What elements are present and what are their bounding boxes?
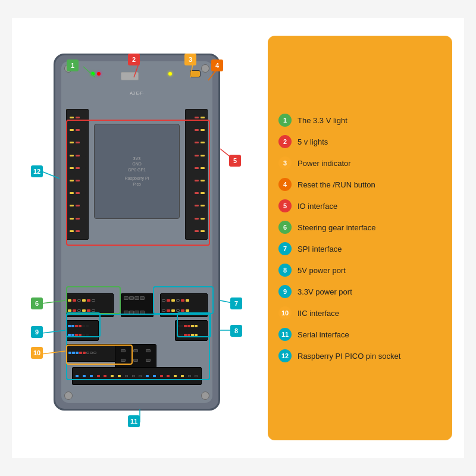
legend-num-2: 2 [278, 135, 292, 148]
legend-num-3: 3 [278, 156, 292, 170]
legend-num-4: 4 [278, 178, 292, 191]
legend-item-1: 1The 3.3 V light [278, 114, 441, 127]
circuit-board: A3 E·F· 3V3 GND GP0 GP1 Raspberry Pi Pic… [54, 54, 220, 411]
legend-text-4: Reset the /RUN button [298, 180, 375, 189]
badge-2: 2 [128, 54, 140, 65]
reset-button [190, 70, 201, 77]
board-inner: A3 E·F· 3V3 GND GP0 GP1 Raspberry Pi Pic… [61, 61, 212, 403]
serial-pins-bottom [72, 367, 202, 385]
legend-num-5: 5 [278, 199, 292, 212]
legend-item-7: 7SPI interface [278, 242, 441, 255]
legend-item-6: 6Steering gear interface [278, 221, 441, 234]
power-pins-right [175, 320, 208, 341]
legend-item-8: 85V power port [278, 264, 441, 277]
steering-gear-pins [66, 293, 114, 317]
badge-5: 5 [229, 155, 241, 167]
badge-11: 11 [128, 415, 140, 427]
legend-text-7: SPI interface [298, 245, 342, 253]
badge-9: 9 [31, 326, 43, 338]
legend-num-7: 7 [278, 242, 292, 255]
legend-num-10: 10 [278, 306, 292, 320]
spi-pins [160, 293, 208, 317]
legend-num-6: 6 [278, 221, 292, 234]
legend-text-3: Power indicator [298, 159, 351, 168]
left-io-pins [66, 109, 89, 240]
legend-item-4: 4Reset the /RUN button [278, 178, 441, 191]
usb-port [121, 72, 139, 80]
right-io-pins [185, 109, 208, 240]
legend-item-12: 12Raspberry PI PICO pin socket [278, 349, 441, 362]
board-label-e3: A3 E·F· [130, 91, 143, 95]
dip-chip [121, 293, 154, 317]
legend-text-2: 5 v lights [298, 137, 328, 146]
legend-text-11: Serial interface [298, 330, 349, 339]
legend-text-8: 5V power port [298, 266, 346, 275]
center-chip: 3V3 GND GP0 GP1 Raspberry Pi Pico [94, 124, 180, 219]
legend-num-8: 8 [278, 264, 292, 277]
legend-item-9: 93.3V power port [278, 285, 441, 298]
legend-panel: 1The 3.3 V light25 v lights3Power indica… [268, 36, 452, 440]
badge-4: 4 [211, 60, 223, 71]
legend-num-11: 11 [278, 328, 292, 341]
badge-10: 10 [31, 347, 43, 359]
legend-text-10: IIC interface [298, 309, 339, 318]
legend-text-12: Raspberry PI PICO pin socket [298, 352, 400, 361]
legend-item-3: 3Power indicator [278, 156, 441, 170]
legend-num-1: 1 [278, 114, 292, 127]
legend-num-9: 9 [278, 285, 292, 298]
badge-7: 7 [230, 298, 242, 309]
legend-text-9: 3.3V power port [298, 287, 352, 296]
badge-8: 8 [230, 325, 242, 337]
main-container: A3 E·F· 3V3 GND GP0 GP1 Raspberry Pi Pic… [12, 18, 464, 458]
legend-text-1: The 3.3 V light [298, 116, 347, 125]
legend-num-12: 12 [278, 349, 292, 362]
legend-text-5: IO interface [298, 202, 337, 211]
badge-12: 12 [31, 165, 43, 177]
badge-6: 6 [31, 298, 43, 309]
legend-item-11: 11Serial interface [278, 328, 441, 341]
badge-3: 3 [184, 54, 196, 65]
led-red [97, 72, 101, 76]
power-pins-left [66, 320, 99, 341]
badge-1: 1 [67, 60, 79, 71]
legend-text-6: Steering gear interface [298, 223, 376, 232]
legend-item-10: 10IIC interface [278, 306, 441, 320]
legend-item-5: 5IO interface [278, 199, 441, 212]
board-area: A3 E·F· 3V3 GND GP0 GP1 Raspberry Pi Pic… [24, 30, 262, 446]
led-yellow [168, 72, 172, 76]
led-green [91, 72, 95, 76]
legend-item-2: 25 v lights [278, 135, 441, 148]
